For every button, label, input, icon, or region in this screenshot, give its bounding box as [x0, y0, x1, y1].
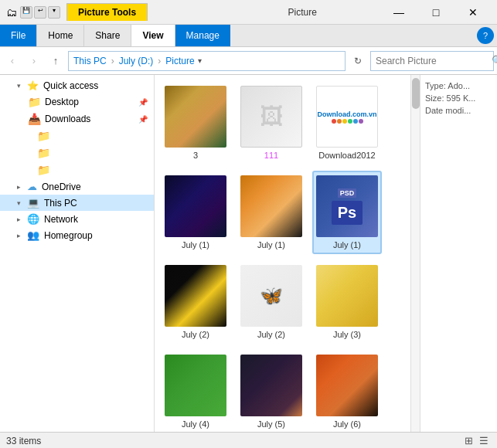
- file-name-july6: July (6): [333, 419, 361, 429]
- forward-button[interactable]: ›: [25, 52, 43, 70]
- desktop-icon: 📁: [28, 96, 40, 108]
- path-thispc[interactable]: This PC: [73, 56, 107, 66]
- thumb-sunflower: [165, 265, 226, 327]
- thumb-forest: [240, 355, 302, 416]
- file-item-july3-bear[interactable]: July (3): [312, 260, 382, 344]
- file-name-july2-sf: July (2): [182, 330, 209, 339]
- quickaccess-icon: ⭐: [27, 80, 39, 91]
- file-item-111[interactable]: 🖼 111: [237, 81, 306, 165]
- file-item-download2012[interactable]: Download.com.vn Download2012: [312, 81, 382, 165]
- pin-icon: 📌: [138, 98, 148, 107]
- scrollbar-track[interactable]: [410, 75, 420, 432]
- status-bar: 33 items ⊞ ☰: [0, 432, 497, 448]
- folder1-icon: 📁: [37, 130, 49, 142]
- file-name-july1-b: July (1): [182, 240, 209, 249]
- tab-share[interactable]: Share: [84, 25, 131, 46]
- path-picture[interactable]: Picture: [165, 56, 194, 66]
- folder3-icon: 📁: [37, 164, 49, 176]
- file-item-july5-forest[interactable]: July (5): [237, 350, 306, 432]
- sidebar-item-network[interactable]: ▸ 🌐 Network: [0, 211, 154, 227]
- ribbon: File Home Share View Manage ?: [0, 25, 497, 47]
- thumb-bear: [316, 265, 378, 327]
- list-view-button[interactable]: ☰: [477, 434, 491, 448]
- file-item-july4-gorilla[interactable]: July (4): [161, 350, 230, 432]
- qat-undo[interactable]: ↩: [34, 6, 46, 19]
- up-button[interactable]: ↑: [46, 52, 65, 70]
- address-bar: ‹ › ↑ This PC › July (D:) › Picture ▾ ↻ …: [0, 47, 497, 75]
- tab-view[interactable]: View: [131, 25, 175, 46]
- download-logo: Download.com.vn: [317, 110, 376, 118]
- sidebar-item-homegroup[interactable]: ▸ 👥 Homegroup: [0, 227, 154, 243]
- file-item-july1-psd[interactable]: PSD Ps July (1): [312, 171, 382, 254]
- file-name-july1-s: July (1): [257, 240, 285, 249]
- file-name-3: 3: [193, 151, 198, 160]
- tab-manage[interactable]: Manage: [175, 25, 230, 46]
- refresh-button[interactable]: ↻: [349, 52, 367, 70]
- file-name-july2-w: July (2): [257, 330, 285, 339]
- scrollbar-thumb[interactable]: [412, 78, 420, 109]
- search-input[interactable]: [376, 56, 492, 66]
- path-july[interactable]: July (D:): [119, 56, 154, 66]
- wings-glyph: 🦋: [260, 285, 283, 307]
- grid-view-button[interactable]: ⊞: [461, 434, 475, 448]
- sidebar-item-folder2[interactable]: 📁: [0, 144, 154, 161]
- sidebar-item-folder3[interactable]: 📁: [0, 161, 154, 178]
- file-grid: 3 🖼 111 Download.com.vn Dow: [155, 75, 420, 432]
- file-name-july5: July (5): [257, 419, 285, 429]
- sidebar-item-folder1[interactable]: 📁: [0, 127, 154, 144]
- window-title: Picture: [224, 7, 382, 18]
- close-button[interactable]: ✕: [455, 0, 491, 25]
- folder2-icon: 📁: [37, 147, 49, 159]
- thumb-wings: 🦋: [240, 265, 302, 327]
- qat-save[interactable]: 💾: [20, 6, 32, 19]
- sidebar-label-homegroup: Homegroup: [44, 230, 148, 241]
- psd-label: PSD: [338, 188, 357, 198]
- item-count: 33 items: [6, 436, 41, 446]
- picture-tools-tab[interactable]: Picture Tools: [66, 3, 148, 21]
- ribbon-tabs: File Home Share View Manage ?: [0, 25, 497, 46]
- search-box[interactable]: 🔍: [370, 51, 494, 71]
- qat-redo[interactable]: ▾: [48, 6, 60, 19]
- sidebar-item-desktop[interactable]: 📁 Desktop 📌: [0, 93, 154, 110]
- file-item-july2-wings[interactable]: 🦋 July (2): [237, 260, 306, 344]
- path-sep-2: ›: [158, 56, 161, 66]
- title-tabs: Picture Tools: [66, 3, 224, 21]
- expand-icon-net: ▸: [17, 216, 21, 223]
- file-name-july3: July (3): [333, 330, 361, 339]
- sidebar-item-quickaccess[interactable]: ▾ ⭐ Quick access: [0, 78, 154, 93]
- thumb-download2012: Download.com.vn: [316, 86, 378, 148]
- prop-date: Date modi...: [425, 106, 492, 115]
- main-layout: ▾ ⭐ Quick access 📁 Desktop 📌 📥 Downloads…: [0, 75, 497, 432]
- search-icon: 🔍: [492, 55, 497, 66]
- sidebar-item-thispc[interactable]: ▾ 💻 This PC: [0, 195, 154, 211]
- sidebar-item-downloads[interactable]: 📥 Downloads 📌: [0, 110, 154, 127]
- tab-home[interactable]: Home: [37, 25, 84, 46]
- sidebar: ▾ ⭐ Quick access 📁 Desktop 📌 📥 Downloads…: [0, 75, 155, 432]
- file-item-july6-field[interactable]: July (6): [312, 350, 382, 432]
- sidebar-item-onedrive[interactable]: ▸ ☁ OneDrive: [0, 178, 154, 195]
- window-icon: 🗂: [6, 6, 17, 19]
- maximize-button[interactable]: □: [418, 0, 454, 25]
- view-toggle: ⊞ ☰: [461, 434, 491, 448]
- file-item-july1-sunset[interactable]: July (1): [237, 171, 306, 254]
- thumb-111: 🖼: [240, 86, 302, 148]
- properties-panel: Type: Ado... Size: 595 K... Date modi...: [420, 75, 497, 432]
- address-path[interactable]: This PC › July (D:) › Picture ▾: [68, 51, 346, 71]
- thumb-field: [316, 355, 378, 416]
- file-name-july4: July (4): [182, 419, 209, 429]
- file-item-3[interactable]: 3: [161, 81, 230, 165]
- path-dropdown[interactable]: ▾: [198, 56, 202, 65]
- file-item-july2-sunflower[interactable]: July (2): [161, 260, 230, 344]
- tab-file[interactable]: File: [0, 25, 37, 46]
- back-button[interactable]: ‹: [3, 52, 22, 70]
- prop-type: Type: Ado...: [425, 81, 492, 90]
- thumb-butterfly: [165, 175, 226, 237]
- thumb-gorilla: [165, 355, 226, 416]
- homegroup-icon: 👥: [27, 229, 39, 241]
- quick-access-toolbar: 💾 ↩ ▾: [20, 6, 60, 19]
- sidebar-label-downloads: Downloads: [45, 114, 134, 124]
- sidebar-label-network: Network: [44, 214, 148, 225]
- file-item-july1-butterfly[interactable]: July (1): [161, 171, 230, 254]
- minimize-button[interactable]: —: [381, 0, 417, 25]
- help-button[interactable]: ?: [477, 27, 494, 44]
